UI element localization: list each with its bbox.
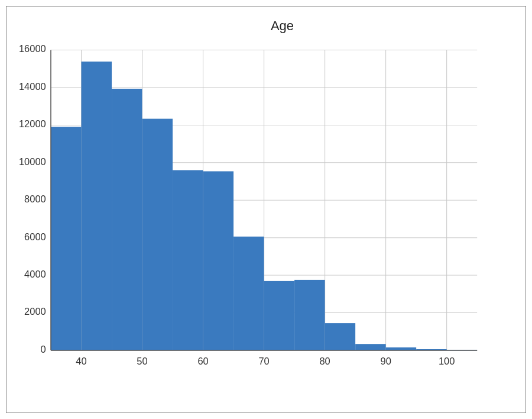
bar-65-70 <box>233 237 264 350</box>
bar-55-60 <box>173 170 203 350</box>
ytick-4000: 4000 <box>24 269 46 279</box>
xtick-80: 80 <box>319 356 330 367</box>
ytick-14000: 14000 <box>19 81 46 92</box>
histogram-svg: 0 2000 4000 6000 8000 10000 12000 14000 … <box>51 38 514 373</box>
ytick-10000: 10000 <box>19 156 46 167</box>
bar-80-85 <box>325 323 356 350</box>
bar-45-50 <box>112 89 142 350</box>
ytick-8000: 8000 <box>24 194 46 205</box>
chart-area: 0 2000 4000 6000 8000 10000 12000 14000 … <box>51 38 514 373</box>
ytick-0: 0 <box>41 344 46 354</box>
ytick-16000: 16000 <box>19 44 46 54</box>
ytick-12000: 12000 <box>19 119 46 130</box>
xtick-90: 90 <box>380 356 391 367</box>
xtick-100: 100 <box>439 356 455 367</box>
bar-50-55 <box>142 119 173 350</box>
xtick-40: 40 <box>76 356 86 367</box>
bar-70-75 <box>264 281 295 350</box>
bar-35-40 <box>51 127 82 350</box>
xtick-70: 70 <box>258 356 269 367</box>
bar-75-80 <box>294 280 325 350</box>
chart-title: Age <box>51 18 514 34</box>
bar-85-90 <box>355 344 386 350</box>
ytick-2000: 2000 <box>24 307 46 317</box>
xtick-50: 50 <box>137 356 147 367</box>
ytick-6000: 6000 <box>24 231 46 242</box>
bar-40-45 <box>82 62 112 350</box>
chart-container: Age <box>6 6 526 413</box>
xtick-60: 60 <box>197 356 208 367</box>
bar-60-65 <box>203 171 234 350</box>
